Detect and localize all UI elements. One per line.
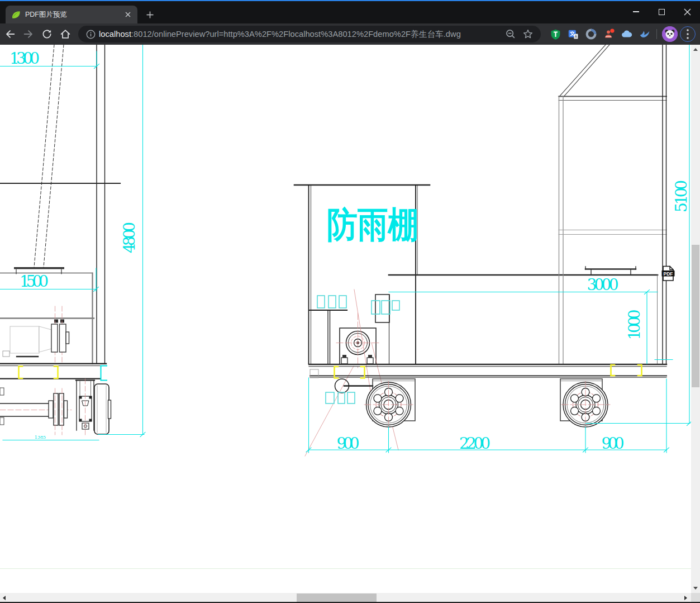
profile-avatar[interactable] (662, 26, 678, 42)
home-icon (59, 28, 72, 40)
dim-900-left: 900 (337, 434, 360, 453)
home-button[interactable] (57, 26, 74, 42)
dim-2200: 2200 (459, 434, 491, 453)
minimize-button[interactable] (623, 2, 649, 21)
scroll-down-arrow[interactable] (693, 587, 698, 590)
browser-toolbar: localhost:8012/onlinePreview?url=http%3A… (0, 23, 700, 45)
window-top-accent (0, 0, 700, 1)
spring-leaf-favicon (11, 10, 21, 20)
vertical-scrollbar[interactable] (691, 45, 700, 593)
cad-drawing: 1300 1500 4800 1385 3000 1000 5100 900 2… (0, 45, 691, 603)
extension-tampermonkey[interactable] (548, 27, 563, 41)
page-bottom-divider (0, 568, 691, 569)
browser-titlebar: PDF图片预览 (0, 0, 700, 23)
address-bar[interactable]: localhost:8012/onlinePreview?url=http%3A… (78, 26, 541, 42)
dim-5100: 5100 (672, 180, 691, 212)
info-icon[interactable] (86, 30, 96, 39)
extension-cloud[interactable] (620, 27, 634, 41)
extension-ring[interactable] (584, 27, 598, 41)
extension-bird[interactable] (637, 27, 652, 41)
extension-contacts[interactable] (602, 27, 616, 41)
shield-t-icon (550, 29, 561, 40)
scroll-right-arrow[interactable] (684, 596, 687, 600)
back-icon (4, 28, 16, 40)
shelter-label: 防雨棚 (327, 205, 418, 245)
ring-icon (585, 28, 597, 40)
browser-menu-button[interactable] (680, 26, 696, 42)
back-button[interactable] (2, 26, 18, 42)
page-content: 1300 1500 4800 1385 3000 1000 5100 900 2… (0, 45, 700, 603)
url-path: :8012/onlinePreview?url=http%3A%2F%2Floc… (131, 30, 461, 39)
url-host: localhost (99, 30, 131, 39)
dim-3000: 3000 (587, 276, 619, 294)
close-button[interactable] (674, 2, 700, 21)
dim-1500: 1500 (20, 272, 49, 291)
toolbar-separator (656, 29, 657, 39)
zoom-icon[interactable] (504, 28, 517, 40)
scrollbar-corner (691, 593, 700, 602)
reload-button[interactable] (39, 26, 55, 42)
browser-tab[interactable]: PDF图片预览 (6, 6, 137, 23)
pdf-badge[interactable]: PDF (662, 267, 675, 281)
bookmark-star-icon[interactable] (522, 28, 534, 40)
scroll-left-arrow[interactable] (3, 596, 6, 600)
dim-4800: 4800 (120, 222, 139, 253)
reload-icon (41, 28, 53, 40)
translate-icon (568, 29, 579, 40)
dim-1300: 1300 (9, 49, 40, 68)
horizontal-scroll-thumb[interactable] (297, 593, 377, 602)
vertical-scroll-thumb[interactable] (692, 245, 699, 387)
people-icon (603, 28, 615, 40)
tab-title: PDF图片预览 (25, 10, 123, 20)
svg-text:PDF: PDF (664, 271, 673, 277)
tab-close-icon[interactable] (123, 10, 133, 20)
forward-icon (22, 28, 35, 40)
dim-1000: 1000 (625, 310, 644, 340)
dim-1385: 1385 (35, 435, 46, 440)
kebab-menu-icon (687, 29, 689, 39)
url-text: localhost:8012/onlinePreview?url=http%3A… (99, 29, 461, 40)
close-x-icon (684, 8, 691, 16)
scroll-up-arrow[interactable] (693, 48, 698, 51)
cloud-icon (621, 28, 633, 40)
window-controls (623, 2, 700, 21)
extension-translate[interactable] (566, 27, 580, 41)
panda-avatar-icon (662, 26, 678, 42)
forward-button[interactable] (20, 26, 37, 42)
new-tab-button[interactable] (142, 8, 157, 22)
bird-icon (639, 28, 651, 40)
horizontal-scrollbar[interactable] (0, 593, 691, 602)
dim-900-right: 900 (602, 434, 625, 453)
maximize-button[interactable] (649, 2, 674, 21)
